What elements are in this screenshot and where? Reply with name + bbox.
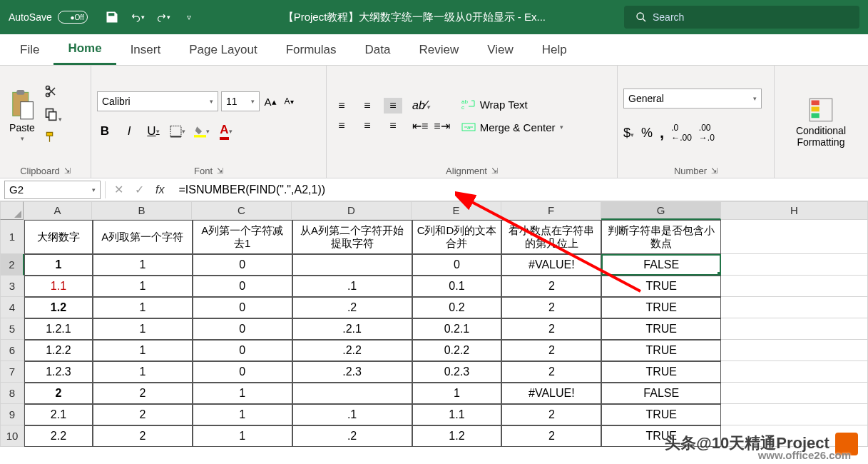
cell[interactable]: 1: [24, 254, 93, 276]
cell[interactable]: [292, 383, 412, 404]
cell[interactable]: 0: [193, 276, 292, 297]
borders-icon[interactable]: ▾: [170, 123, 185, 140]
cell[interactable]: TRUE: [601, 318, 721, 340]
align-center-icon[interactable]: ≡: [358, 118, 377, 133]
cell[interactable]: 0: [193, 297, 292, 318]
row-header-7[interactable]: 7: [0, 361, 24, 383]
save-icon[interactable]: [105, 10, 119, 24]
row-header-2[interactable]: 2: [0, 254, 24, 276]
cell[interactable]: [721, 276, 868, 297]
cell[interactable]: 0: [193, 318, 292, 340]
font-color-icon[interactable]: A▾: [218, 123, 234, 140]
cell[interactable]: [721, 297, 868, 318]
align-middle-icon[interactable]: ≡: [358, 98, 377, 114]
cell[interactable]: 2: [93, 404, 193, 425]
cell[interactable]: 1: [193, 404, 292, 425]
header-cell[interactable]: 大纲数字: [24, 220, 93, 254]
cell[interactable]: [721, 340, 868, 361]
bold-button[interactable]: B: [97, 123, 113, 140]
select-all-corner[interactable]: [0, 201, 24, 220]
cell[interactable]: [721, 254, 868, 276]
increase-font-icon[interactable]: A▴: [262, 93, 278, 110]
cell[interactable]: [721, 220, 868, 254]
cell[interactable]: 2.2: [24, 425, 93, 447]
cell[interactable]: 0.2: [412, 297, 502, 318]
autosave-toggle[interactable]: AutoSave ●Off: [0, 11, 96, 24]
row-header-10[interactable]: 10: [0, 425, 24, 447]
paste-button[interactable]: Paste ▾: [6, 86, 39, 145]
header-cell[interactable]: 从A列第二个字符开始提取字符: [292, 220, 412, 254]
row-header-8[interactable]: 8: [0, 383, 24, 404]
align-right-icon[interactable]: ≡: [384, 118, 402, 133]
cell[interactable]: FALSE: [601, 383, 721, 404]
header-cell[interactable]: A列取第一个字符: [93, 220, 193, 254]
row-header-6[interactable]: 6: [0, 340, 24, 361]
cell[interactable]: 1: [93, 318, 193, 340]
cell[interactable]: 0.2.3: [412, 361, 502, 383]
cell[interactable]: 1: [93, 276, 193, 297]
cell[interactable]: 1.2: [412, 425, 502, 447]
column-header-A[interactable]: A: [24, 201, 92, 220]
cell[interactable]: 2: [501, 318, 601, 340]
cell[interactable]: .1: [292, 276, 412, 297]
increase-indent-icon[interactable]: ≡⇥: [434, 119, 449, 133]
increase-decimal-icon[interactable]: .0←.00: [671, 123, 692, 143]
font-launcher-icon[interactable]: ⇲: [217, 166, 223, 176]
cell[interactable]: .2.1: [292, 318, 412, 340]
alignment-launcher-icon[interactable]: ⇲: [491, 166, 498, 176]
cell[interactable]: 0.2.1: [412, 318, 502, 340]
cell[interactable]: 2: [501, 361, 601, 383]
cut-icon[interactable]: [44, 84, 62, 101]
cell[interactable]: [721, 361, 868, 383]
percent-icon[interactable]: %: [641, 126, 653, 141]
underline-button[interactable]: U▾: [145, 123, 161, 140]
cell[interactable]: 2: [501, 425, 601, 447]
undo-icon[interactable]: ▾: [131, 10, 145, 24]
cell[interactable]: .2.2: [292, 340, 412, 361]
cell[interactable]: TRUE: [601, 297, 721, 318]
tab-insert[interactable]: Insert: [116, 34, 175, 65]
column-header-C[interactable]: C: [192, 201, 292, 220]
cell[interactable]: [721, 383, 868, 404]
font-size-select[interactable]: 11▾: [221, 91, 260, 111]
cell[interactable]: 0: [193, 361, 292, 383]
cell[interactable]: .2.3: [292, 361, 412, 383]
row-header-5[interactable]: 5: [0, 318, 24, 340]
tab-file[interactable]: File: [6, 34, 53, 65]
cell[interactable]: 1.1: [412, 404, 502, 425]
cell[interactable]: 2: [93, 425, 193, 447]
column-header-B[interactable]: B: [92, 201, 192, 220]
qat-customize-icon[interactable]: ▿: [182, 10, 196, 24]
cell[interactable]: [292, 254, 412, 276]
name-box[interactable]: G2▾: [4, 181, 101, 199]
cell[interactable]: 1.2: [24, 297, 93, 318]
cell[interactable]: 0: [193, 340, 292, 361]
cell[interactable]: TRUE: [601, 361, 721, 383]
cell[interactable]: .1: [292, 404, 412, 425]
orientation-icon[interactable]: ab⁄▾: [412, 99, 450, 112]
number-launcher-icon[interactable]: ⇲: [711, 166, 718, 176]
wrap-text-button[interactable]: abc Wrap Text: [459, 96, 566, 112]
align-top-icon[interactable]: ≡: [332, 98, 351, 114]
cell[interactable]: 2: [93, 383, 193, 404]
conditional-formatting-icon[interactable]: [808, 97, 834, 123]
cell[interactable]: 2: [501, 340, 601, 361]
column-header-D[interactable]: D: [292, 201, 412, 220]
row-header-9[interactable]: 9: [0, 404, 24, 425]
cell[interactable]: 1: [193, 425, 292, 447]
font-name-select[interactable]: Calibri▾: [97, 91, 218, 111]
comma-icon[interactable]: ,: [660, 123, 664, 142]
tab-page-layout[interactable]: Page Layout: [175, 34, 271, 65]
cell[interactable]: 0.2.2: [412, 340, 502, 361]
cell[interactable]: 1.1: [24, 276, 93, 297]
merge-center-button[interactable]: a Merge & Center ▾: [459, 119, 566, 135]
cell[interactable]: 1: [93, 254, 193, 276]
currency-icon[interactable]: $▾: [623, 126, 634, 141]
tab-formulas[interactable]: Formulas: [272, 34, 351, 65]
cell[interactable]: 2: [24, 383, 93, 404]
cell[interactable]: [721, 404, 868, 425]
cell[interactable]: 1.2.3: [24, 361, 93, 383]
redo-icon[interactable]: ▾: [156, 10, 170, 24]
row-header-1[interactable]: 1: [0, 220, 24, 254]
decrease-decimal-icon[interactable]: .00→.0: [699, 123, 715, 143]
